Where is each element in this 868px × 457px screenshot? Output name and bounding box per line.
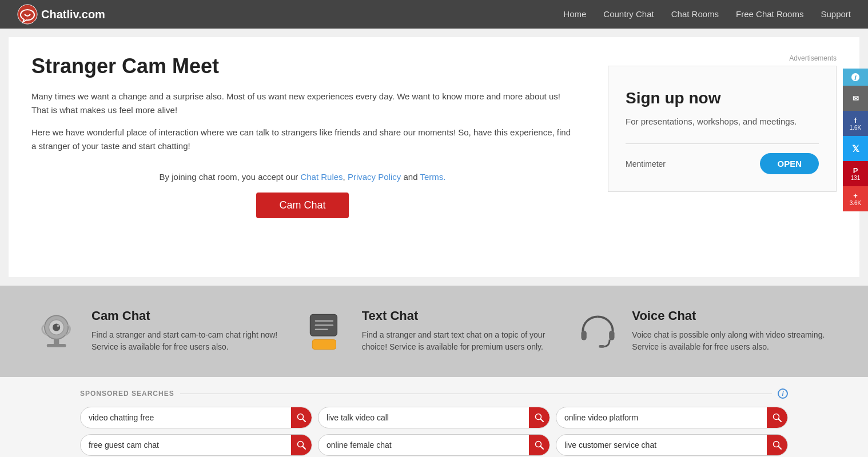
features-section: Cam Chat Find a stranger and start cam-t… (0, 286, 868, 377)
search-grid (80, 407, 788, 456)
chat-rules-link[interactable]: Chat Rules (300, 172, 343, 182)
sponsored-divider (180, 394, 772, 394)
svg-rect-5 (53, 339, 58, 344)
svg-line-26 (779, 447, 782, 450)
search-button-2[interactable] (767, 407, 787, 428)
ad-open-button[interactable]: OPEN (760, 153, 819, 174)
voice-chat-title: Voice Chat (632, 308, 834, 323)
social-plus-button[interactable]: + 3.6K (843, 186, 868, 211)
sponsored-header: SPONSORED SEARCHES i (80, 388, 788, 399)
social-info-button[interactable]: i (843, 69, 868, 86)
social-sidebar: i ✉ f 1.6K 𝕏 P 131 + 3.6K (843, 69, 868, 211)
social-twitter-button[interactable]: 𝕏 (843, 136, 868, 161)
search-item-5[interactable] (556, 434, 788, 456)
sponsored-info-icon[interactable]: i (778, 388, 788, 399)
navbar: Chatliv.com Home Country Chat Chat Rooms… (0, 0, 868, 29)
svg-point-3 (53, 323, 60, 331)
social-pinterest-button[interactable]: P 131 (843, 161, 868, 186)
logo-text: hatliv.com (49, 8, 105, 21)
cam-chat-text: Cam Chat Find a stranger and start cam-t… (91, 308, 293, 353)
logo-c: C (41, 8, 49, 21)
main-content: Stranger Cam Meet Many times we want a c… (31, 54, 585, 254)
headset-icon (575, 308, 620, 354)
nav-link-chat-rooms[interactable]: Chat Rooms (671, 9, 719, 19)
social-facebook-button[interactable]: f 1.6K (843, 111, 868, 136)
voice-chat-desc: Voice chat is possible only along with v… (632, 329, 834, 353)
svg-rect-8 (312, 339, 336, 349)
search-input-5[interactable] (556, 436, 767, 454)
cam-chat-desc: Find a stranger and start cam-to-cam cha… (91, 329, 293, 353)
ad-box: Sign up now For presentations, workshops… (608, 66, 837, 192)
main-section: Stranger Cam Meet Many times we want a c… (9, 37, 859, 277)
search-item-1[interactable] (318, 407, 550, 428)
nav-link-support[interactable]: Support (821, 9, 851, 19)
svg-line-18 (541, 419, 544, 422)
plus-count: 3.6K (850, 200, 862, 206)
search-item-3[interactable] (80, 434, 312, 456)
ads-label: Advertisements (608, 54, 837, 62)
cam-chat-title: Cam Chat (91, 308, 293, 323)
svg-line-22 (303, 447, 306, 450)
search-input-0[interactable] (81, 408, 291, 427)
ad-brand: Mentimeter (626, 159, 666, 169)
svg-line-16 (303, 419, 306, 422)
sponsored-section: SPONSORED SEARCHES i (0, 377, 868, 457)
svg-rect-12 (581, 330, 586, 340)
ad-description: For presentations, workshops, and meetin… (626, 117, 819, 126)
search-item-2[interactable] (556, 407, 788, 428)
page-title: Stranger Cam Meet (31, 54, 574, 78)
cam-chat-button[interactable]: Cam Chat (256, 193, 348, 218)
message-icon (305, 308, 351, 354)
svg-point-4 (57, 324, 59, 327)
nav-link-free-chat-rooms[interactable]: Free Chat Rooms (736, 9, 803, 19)
nav-link-home[interactable]: Home (563, 9, 586, 19)
sponsored-label: SPONSORED SEARCHES (80, 390, 174, 398)
intro-para-1: Many times we want a change and a surpri… (31, 90, 574, 117)
terms-text: By joining chat room, you accept our Cha… (31, 170, 574, 184)
search-button-4[interactable] (529, 435, 550, 455)
feature-text-chat: Text Chat Find a stranger and start text… (305, 308, 564, 354)
text-chat-text: Text Chat Find a stranger and start text… (362, 308, 564, 353)
pinterest-count: 131 (851, 175, 861, 181)
privacy-policy-link[interactable]: Privacy Policy (348, 172, 401, 182)
svg-rect-14 (599, 344, 604, 347)
search-input-4[interactable] (318, 436, 529, 454)
search-button-1[interactable] (529, 407, 550, 428)
search-item-4[interactable] (318, 434, 550, 456)
feature-cam-chat: Cam Chat Find a stranger and start cam-t… (34, 308, 293, 354)
voice-chat-text: Voice Chat Voice chat is possible only a… (632, 308, 834, 353)
facebook-count: 1.6K (850, 125, 862, 131)
svg-rect-6 (46, 344, 66, 347)
search-input-1[interactable] (318, 408, 529, 427)
search-input-3[interactable] (81, 436, 291, 454)
search-button-0[interactable] (291, 407, 312, 428)
nav-logo[interactable]: Chatliv.com (17, 4, 105, 25)
svg-line-20 (779, 419, 782, 422)
webcam-icon (34, 308, 80, 354)
terms-link[interactable]: Terms. (420, 172, 445, 182)
svg-rect-13 (609, 330, 614, 340)
svg-line-24 (541, 447, 544, 450)
text-chat-desc: Find a stranger and start text chat on a… (362, 329, 564, 353)
ad-footer: Mentimeter OPEN (626, 143, 819, 174)
feature-voice-chat: Voice Chat Voice chat is possible only a… (575, 308, 834, 354)
ad-title: Sign up now (626, 89, 819, 107)
search-button-5[interactable] (767, 435, 787, 455)
ad-section: Advertisements Sign up now For presentat… (608, 54, 837, 254)
text-chat-title: Text Chat (362, 308, 564, 323)
social-email-button[interactable]: ✉ (843, 86, 868, 111)
intro-para-2: Here we have wonderful place of interact… (31, 126, 574, 153)
nav-link-country-chat[interactable]: Country Chat (603, 9, 654, 19)
search-button-3[interactable] (291, 435, 312, 455)
search-item-0[interactable] (80, 407, 312, 428)
search-input-2[interactable] (556, 408, 767, 427)
